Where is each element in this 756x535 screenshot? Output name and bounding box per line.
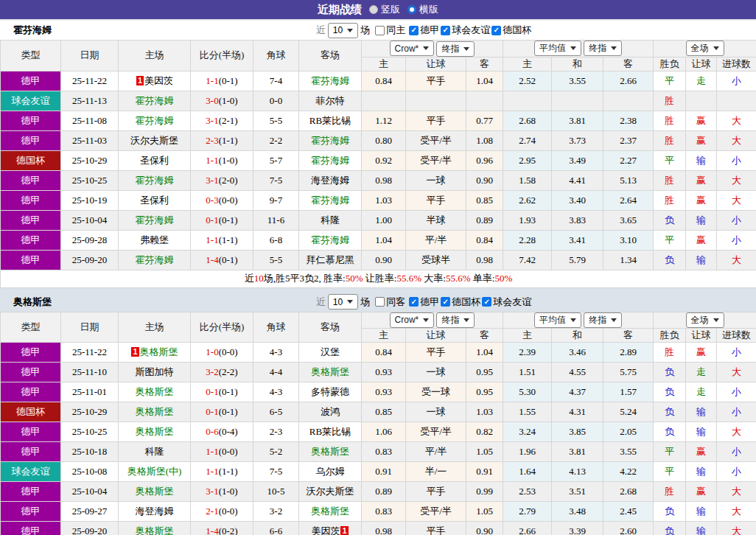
team-link[interactable]: 奥格斯堡 — [136, 406, 174, 417]
avg-source-select[interactable]: 平均值 — [534, 41, 581, 56]
team-link[interactable]: 波鸿 — [321, 406, 340, 417]
near-label: 近 — [316, 24, 326, 37]
radio-vertical-icon[interactable] — [369, 5, 378, 14]
team-link[interactable]: 沃尔夫斯堡 — [130, 135, 178, 146]
avg-odds-cell: 2.39 — [503, 343, 552, 363]
team-link[interactable]: 菲尔特 — [316, 95, 345, 106]
page-title: 近期战绩 — [318, 3, 362, 17]
avg-odds-cell: 5.30 — [503, 382, 552, 402]
avg-mode-select[interactable]: 终指 — [584, 41, 622, 56]
match-row: 德甲25-11-10斯图加特3-2(2-2)4-4奥格斯堡0.93一球0.951… — [1, 363, 756, 382]
team-link[interactable]: 霍芬海姆 — [136, 214, 174, 225]
team-link[interactable]: 奥格斯堡 — [136, 386, 174, 397]
team-link[interactable]: RB莱比锡 — [309, 115, 351, 126]
league-checkbox[interactable]: 德国杯 — [441, 296, 480, 309]
team-link[interactable]: 圣保利 — [140, 195, 169, 206]
team-link[interactable]: 海登海姆 — [311, 175, 349, 186]
team-link[interactable]: 科隆 — [321, 214, 340, 225]
league-checkbox[interactable]: 德甲 — [409, 24, 439, 37]
league-checkbox[interactable]: 球会友谊 — [482, 296, 531, 309]
team-link[interactable]: 霍芬海姆 — [311, 155, 349, 166]
checkbox-icon[interactable] — [409, 297, 419, 307]
odds-source-select[interactable]: Crow* — [390, 41, 435, 56]
team-link[interactable]: 霍芬海姆 — [311, 75, 349, 86]
team-link[interactable]: 奥格斯堡 — [311, 446, 349, 457]
team-link[interactable]: 乌尔姆 — [316, 466, 345, 477]
team-link[interactable]: 汉堡 — [321, 346, 340, 357]
league-checkbox[interactable]: 球会友谊 — [441, 24, 490, 37]
odds-mode-select[interactable]: 终指 — [436, 312, 475, 328]
league-checkbox[interactable]: 德甲 — [409, 296, 439, 309]
checkbox-icon[interactable] — [375, 297, 385, 307]
team-link[interactable]: 霍芬海姆 — [311, 135, 349, 146]
corners-cell: 6-6 — [253, 522, 299, 535]
team-link[interactable]: 奥格斯堡 — [140, 346, 178, 357]
team-link[interactable]: 科隆 — [145, 446, 164, 457]
handicap-odds-cell: 1.06 — [362, 422, 406, 442]
team-link[interactable]: 美因茨 — [311, 525, 340, 535]
result-cell: 大 — [717, 363, 756, 382]
fulltime-score: 2-3 — [206, 135, 218, 146]
match-count-select[interactable]: 10 — [328, 23, 358, 38]
team-link[interactable]: 霍芬海姆 — [311, 195, 349, 206]
match-count-select[interactable]: 10 — [328, 294, 358, 310]
same-venue-checkbox[interactable]: 同客 — [375, 296, 405, 309]
checkbox-icon[interactable] — [409, 26, 419, 35]
checkbox-icon[interactable] — [482, 297, 491, 307]
result-cell: 胜 — [654, 343, 686, 363]
team-link[interactable]: 多特蒙德 — [311, 386, 349, 397]
scope-select[interactable]: 全场 — [686, 312, 724, 328]
team-link[interactable]: 霍芬海姆 — [136, 115, 174, 126]
checkbox-icon[interactable] — [375, 26, 385, 35]
checkbox-icon[interactable] — [491, 26, 501, 35]
league-checkbox[interactable]: 德国杯 — [491, 24, 531, 37]
team-link[interactable]: 海登海姆 — [136, 506, 174, 517]
handicap-odds-cell: 1.04 — [466, 71, 503, 91]
result-cell: 负 — [654, 210, 686, 230]
handicap-odds-cell: 一球 — [406, 402, 466, 422]
view-horizontal-option[interactable]: 横版 — [407, 3, 438, 16]
odds-source-select[interactable]: Crow* — [390, 312, 435, 328]
handicap-odds-cell: 受平/半 — [406, 130, 466, 150]
result-cell: 大 — [717, 522, 756, 535]
team-link[interactable]: 圣保利 — [140, 155, 169, 166]
team-link[interactable]: 奥格斯堡 — [136, 486, 174, 497]
team-link[interactable]: 霍芬海姆 — [311, 234, 349, 245]
team-link[interactable]: 霍芬海姆 — [136, 95, 174, 106]
view-vertical-option[interactable]: 竖版 — [369, 3, 400, 16]
radio-horizontal-icon[interactable] — [407, 5, 416, 14]
scope-select[interactable]: 全场 — [686, 41, 724, 56]
halftime-score: (0-0) — [219, 195, 238, 206]
same-venue-label: 同主 — [386, 24, 405, 37]
handicap-odds-cell: 0.95 — [466, 363, 503, 382]
result-cell: 走 — [686, 382, 717, 402]
avg-odds-cell: 3.81 — [552, 442, 603, 462]
team-link[interactable]: 奥格斯堡 — [311, 506, 349, 517]
team-link[interactable]: 霍芬海姆 — [136, 175, 174, 186]
team-link[interactable]: 奥格斯堡(中) — [127, 466, 182, 477]
checkbox-icon[interactable] — [441, 26, 450, 35]
team-link[interactable]: 沃尔夫斯堡 — [307, 486, 354, 497]
result-cell: 平 — [654, 230, 686, 250]
team-link[interactable]: 美因茨 — [144, 75, 173, 86]
checkbox-icon[interactable] — [441, 297, 450, 307]
result-cell: 大 — [717, 250, 756, 270]
handicap-odds-cell: 0.98 — [466, 250, 503, 270]
odds-mode-select[interactable]: 终指 — [436, 41, 475, 57]
team-link[interactable]: 斯图加特 — [136, 366, 174, 377]
avg-source-select[interactable]: 平均值 — [534, 312, 581, 328]
team-link[interactable]: 奥格斯堡 — [136, 426, 174, 437]
team-link[interactable]: 奥格斯堡 — [311, 366, 349, 377]
team-link[interactable]: 拜仁慕尼黑 — [307, 254, 354, 265]
team-link[interactable]: 霍芬海姆 — [136, 254, 174, 265]
same-venue-checkbox[interactable]: 同主 — [375, 24, 405, 37]
result-cell: 胜 — [654, 482, 686, 502]
team-link[interactable]: 奥格斯堡 — [136, 525, 174, 535]
match-row: 德甲25-10-04霍芬海姆0-1(0-1)11-6科隆1.00半球0.891.… — [1, 210, 756, 230]
avg-mode-select[interactable]: 终指 — [584, 312, 622, 328]
team-link[interactable]: RB莱比锡 — [309, 426, 351, 437]
team-link[interactable]: 弗赖堡 — [140, 234, 169, 245]
col-odds-handicap: 让球 — [406, 57, 466, 71]
handicap-odds-cell: 0.90 — [466, 170, 503, 190]
handicap-odds-cell: 0.80 — [362, 130, 406, 150]
